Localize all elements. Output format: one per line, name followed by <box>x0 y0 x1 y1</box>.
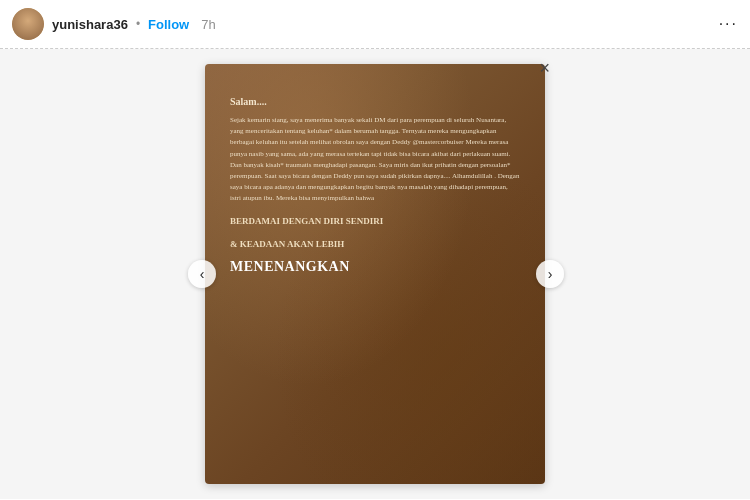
story-viewer: × ‹ Salam.... Sejak kemarin siang, saya … <box>0 49 750 499</box>
story-card: Salam.... Sejak kemarin siang, saya mene… <box>205 64 545 484</box>
next-story-button[interactable]: › <box>536 260 564 288</box>
username[interactable]: yunishara36 <box>52 17 128 32</box>
post-header: yunishara36 • Follow 7h ··· <box>0 0 750 48</box>
story-greeting: Salam.... <box>230 94 520 109</box>
avatar[interactable] <box>12 8 44 40</box>
story-bold-line1: BERDAMAI DENGAN DIRI SENDIRI <box>230 215 520 229</box>
more-options-button[interactable]: ··· <box>719 15 738 33</box>
story-big-text: MENENANGKAN <box>230 256 520 277</box>
post-timestamp: 7h <box>201 17 215 32</box>
story-bold-line2: & KEADAAN AKAN LEBIH <box>230 238 520 252</box>
prev-story-button[interactable]: ‹ <box>188 260 216 288</box>
story-body: Sejak kemarin siang, saya menerima banya… <box>230 115 520 205</box>
close-button[interactable]: × <box>539 59 550 77</box>
story-text: Salam.... Sejak kemarin siang, saya mene… <box>230 94 520 277</box>
follow-button[interactable]: Follow <box>148 17 189 32</box>
separator-dot: • <box>136 17 140 31</box>
